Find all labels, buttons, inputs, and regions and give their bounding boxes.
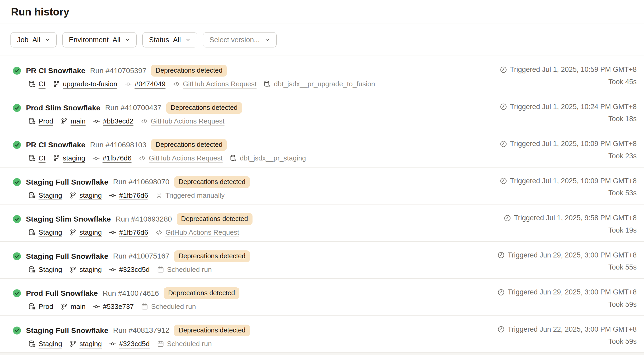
git-branch-icon: [69, 266, 77, 273]
run-duration: Took 23s: [608, 152, 637, 160]
environment-database-icon: [28, 117, 36, 125]
branch-link[interactable]: upgrade-to-fusion: [53, 80, 117, 88]
commit-icon: [93, 117, 100, 125]
job-name-link[interactable]: Staging Full Snowflake: [26, 178, 108, 186]
run-timing: Triggered Jul 1, 2025, 10:09 PM GMT+8 To…: [500, 168, 637, 204]
run-row[interactable]: Staging Full Snowflake Run #408137912 De…: [0, 316, 644, 353]
code-icon: [173, 80, 180, 88]
status-filter-button[interactable]: Status All: [142, 32, 197, 47]
environment-database-icon: [28, 154, 36, 162]
run-title-line: Prod Full Snowflake Run #410074616 Depre…: [13, 287, 239, 299]
clock-icon: [500, 177, 507, 185]
branch-name: upgrade-to-fusion: [63, 80, 117, 88]
run-timing: Triggered Jul 1, 2025, 10:24 PM GMT+8 To…: [500, 93, 637, 130]
commit-link[interactable]: #1fb76d6: [109, 191, 148, 200]
job-name-link[interactable]: Prod Full Snowflake: [26, 289, 98, 298]
job-name-link[interactable]: PR CI Snowflake: [26, 141, 85, 149]
job-name-link[interactable]: Staging Full Snowflake: [26, 252, 108, 261]
triggered-text: Triggered Jul 1, 2025, 10:59 PM GMT+8: [510, 66, 637, 74]
environment-link[interactable]: Staging: [28, 191, 62, 200]
run-row[interactable]: Staging Full Snowflake Run #410698070 De…: [0, 168, 644, 205]
git-branch-icon: [53, 154, 60, 162]
triggered-text: Triggered Jul 1, 2025, 10:24 PM GMT+8: [510, 103, 637, 111]
commit-link[interactable]: #bb3ecd2: [93, 117, 133, 125]
branch-link[interactable]: staging: [69, 340, 102, 348]
job-name-link[interactable]: Prod Slim Snowflake: [26, 104, 100, 112]
version-select[interactable]: Select version...: [203, 32, 277, 47]
environment-name: Staging: [39, 340, 62, 348]
branch-name: staging: [63, 154, 85, 162]
run-meta-line: Prod main: [28, 117, 242, 125]
database-arrow-icon: [264, 80, 271, 88]
run-info: PR CI Snowflake Run #410705397 Deprecati…: [13, 56, 375, 93]
success-check-icon: [13, 178, 21, 186]
commit-link[interactable]: #0474049: [124, 80, 165, 88]
run-row[interactable]: Staging Slim Snowflake Run #410693280 De…: [0, 205, 644, 242]
environment-name: Staging: [39, 228, 62, 236]
run-row[interactable]: Prod Slim Snowflake Run #410700437 Depre…: [0, 93, 644, 131]
success-check-icon: [13, 104, 21, 112]
environment-link[interactable]: Prod: [28, 303, 53, 311]
git-branch-icon: [69, 192, 77, 199]
run-row[interactable]: Staging Full Snowflake Run #410075167 De…: [0, 242, 644, 279]
success-check-icon: [13, 326, 21, 335]
environment-link[interactable]: Staging: [28, 340, 62, 348]
trigger-info[interactable]: GitHub Actions Request: [173, 80, 256, 88]
commit-sha: #bb3ecd2: [103, 117, 133, 125]
trigger-info[interactable]: GitHub Actions Request: [155, 228, 239, 236]
run-number: Run #408137912: [113, 326, 169, 335]
triggered-text: Triggered Jun 29, 2025, 3:00 PM GMT+8: [508, 251, 637, 259]
run-timing: Triggered Jun 22, 2025, 3:00 PM GMT+8 To…: [497, 316, 637, 353]
environment-database-icon: [28, 192, 36, 199]
deprecations-badge: Deprecations detected: [174, 325, 250, 336]
run-title-line: Staging Slim Snowflake Run #410693280 De…: [13, 213, 253, 225]
run-title-line: Prod Slim Snowflake Run #410700437 Depre…: [13, 102, 242, 114]
success-check-icon: [13, 66, 21, 75]
commit-link[interactable]: #323cd5d: [109, 340, 149, 348]
branch-link[interactable]: main: [60, 117, 85, 125]
trigger-info[interactable]: GitHub Actions Request: [141, 117, 224, 125]
commit-link[interactable]: #533e737: [93, 303, 134, 311]
run-title-line: Staging Full Snowflake Run #410075167 De…: [13, 250, 250, 262]
run-row[interactable]: Prod Full Snowflake Run #410074616 Depre…: [0, 279, 644, 316]
commit-link[interactable]: #323cd5d: [109, 266, 149, 274]
triggered-timestamp: Triggered Jun 29, 2025, 3:00 PM GMT+8: [497, 251, 637, 259]
run-row[interactable]: PR CI Snowflake Run #410698103 Deprecati…: [0, 130, 644, 168]
environment-link[interactable]: CI: [28, 154, 46, 162]
triggered-timestamp: Triggered Jul 1, 2025, 9:58 PM GMT+8: [504, 214, 637, 222]
job-name-link[interactable]: PR CI Snowflake: [26, 66, 85, 75]
environment-link[interactable]: Staging: [28, 266, 62, 274]
git-branch-icon: [60, 303, 68, 310]
branch-link[interactable]: staging: [69, 191, 102, 200]
trigger-info[interactable]: GitHub Actions Request: [138, 154, 222, 162]
run-row[interactable]: PR CI Snowflake Run #410705397 Deprecati…: [0, 56, 644, 93]
environment-link[interactable]: Staging: [28, 228, 62, 236]
commit-sha: #1fb76d6: [119, 228, 148, 236]
commit-sha: #1fb76d6: [103, 154, 132, 162]
triggered-timestamp: Triggered Jun 22, 2025, 3:00 PM GMT+8: [497, 325, 637, 334]
environment-filter-button[interactable]: Environment All: [62, 32, 137, 47]
branch-link[interactable]: staging: [69, 266, 102, 274]
database-arrow-icon: [230, 154, 237, 162]
environment-link[interactable]: Prod: [28, 117, 53, 125]
clock-icon: [500, 103, 507, 110]
branch-link[interactable]: main: [60, 303, 85, 311]
commit-link[interactable]: #1fb76d6: [92, 154, 132, 162]
job-filter-button[interactable]: Job All: [10, 32, 57, 47]
branch-link[interactable]: staging: [69, 228, 102, 236]
success-check-icon: [13, 252, 21, 261]
run-timing: Triggered Jun 29, 2025, 3:00 PM GMT+8 To…: [497, 242, 637, 278]
trigger-label: GitHub Actions Request: [183, 80, 256, 88]
run-info: Staging Full Snowflake Run #410075167 De…: [13, 242, 250, 278]
environment-name: Staging: [39, 191, 62, 200]
job-name-link[interactable]: Staging Slim Snowflake: [26, 215, 111, 223]
deprecations-badge: Deprecations detected: [151, 139, 227, 151]
commit-link[interactable]: #1fb76d6: [109, 228, 148, 236]
clock-icon: [497, 251, 505, 259]
clock-icon: [497, 326, 505, 333]
branch-link[interactable]: staging: [53, 154, 85, 162]
triggered-timestamp: Triggered Jul 1, 2025, 10:09 PM GMT+8: [500, 177, 637, 185]
environment-link[interactable]: CI: [28, 80, 46, 88]
job-name-link[interactable]: Staging Full Snowflake: [26, 326, 108, 335]
commit-sha: #323cd5d: [119, 266, 149, 274]
